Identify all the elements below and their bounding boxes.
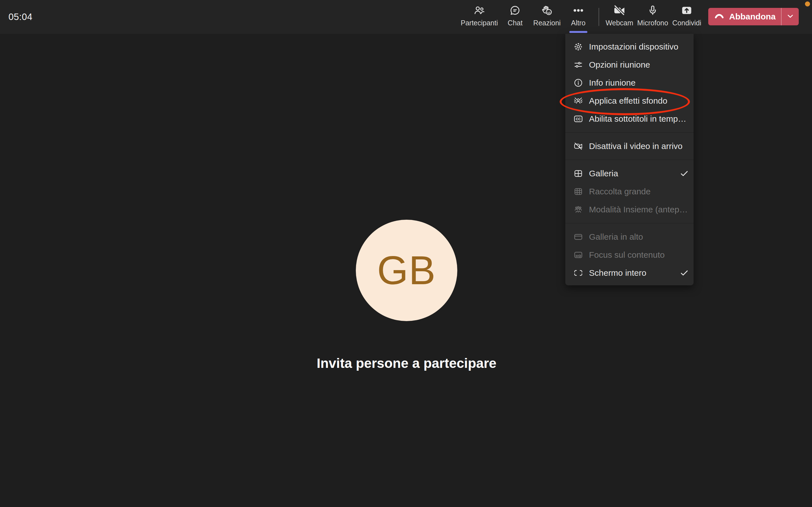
more-dots-icon — [572, 2, 585, 18]
participants-button[interactable]: Partecipanti — [461, 2, 498, 32]
menu-divider — [565, 223, 694, 223]
top-gallery-icon — [573, 232, 583, 242]
svg-text:CC: CC — [576, 117, 581, 121]
content-focus-icon — [573, 250, 583, 260]
chat-icon — [509, 2, 521, 18]
menu-item-galleria[interactable]: Galleria — [565, 165, 694, 182]
more-label: Altro — [571, 18, 585, 27]
chat-label: Chat — [508, 18, 523, 27]
leave-label: Abbandona — [729, 12, 776, 21]
orange-status-dot — [805, 1, 810, 6]
chat-button[interactable]: Chat — [508, 2, 523, 32]
chevron-down-icon — [785, 11, 795, 22]
active-tab-underline — [569, 31, 587, 33]
closed-captions-icon: CC — [573, 114, 583, 124]
microphone-button[interactable]: Microfono — [637, 2, 668, 32]
leave-options-chevron[interactable] — [781, 8, 799, 25]
menu-item-raccolta-grande: Raccolta grande — [565, 182, 694, 201]
meeting-timer: 05:04 — [8, 0, 33, 34]
microphone-icon — [647, 2, 659, 18]
menu-item-abilita-sottotitoli[interactable]: CC Abilita sottotitoli in temp… — [565, 110, 694, 128]
menu-item-info-riunione[interactable]: Info riunione — [565, 74, 694, 92]
webcam-button[interactable]: Webcam — [606, 2, 633, 32]
menu-divider — [565, 132, 694, 133]
microphone-label: Microfono — [637, 18, 668, 27]
menu-item-applica-effetti-sfondo[interactable]: Applica effetti sfondo — [565, 92, 694, 110]
menu-item-schermo-intero[interactable]: Schermo intero — [565, 264, 694, 282]
fullscreen-icon — [573, 268, 583, 278]
incoming-video-off-icon — [573, 141, 583, 151]
sliders-icon — [573, 60, 583, 70]
menu-item-galleria-in-alto: Galleria in alto — [565, 228, 694, 246]
background-effects-icon — [573, 96, 583, 106]
menu-item-disattiva-video-in-arrivo[interactable]: Disattiva il video in arrivo — [565, 137, 694, 155]
hangup-phone-icon — [714, 10, 725, 23]
webcam-label: Webcam — [606, 18, 633, 27]
share-button[interactable]: Condividi — [672, 2, 702, 32]
teams-meeting-window: 05:04 Partecipanti Chat — [0, 0, 812, 507]
menu-item-impostazioni-dispositivo[interactable]: Impostazioni dispositivo — [565, 38, 694, 56]
large-gallery-grid-icon — [573, 186, 583, 196]
avatar: GB — [356, 220, 457, 321]
menu-item-modalita-insieme: Modalità Insieme (antep… — [565, 201, 694, 219]
info-circle-icon — [573, 78, 583, 88]
meeting-toolbar: 05:04 Partecipanti Chat — [0, 0, 812, 34]
avatar-initials: GB — [377, 247, 436, 293]
webcam-off-icon — [613, 2, 626, 18]
share-screen-icon — [680, 2, 693, 18]
menu-divider — [565, 160, 694, 160]
reactions-hand-smiley-icon — [541, 2, 553, 18]
gallery-grid-icon — [573, 168, 583, 179]
toolbar-divider — [599, 8, 599, 26]
together-mode-icon — [573, 205, 583, 215]
participants-icon — [473, 2, 486, 18]
menu-item-opzioni-riunione[interactable]: Opzioni riunione — [565, 56, 694, 74]
participants-label: Partecipanti — [461, 18, 498, 27]
share-label: Condividi — [672, 18, 702, 27]
check-icon — [679, 169, 689, 178]
check-icon — [679, 268, 689, 278]
reactions-label: Reazioni — [533, 18, 560, 27]
more-button[interactable]: Altro — [571, 2, 585, 32]
reactions-button[interactable]: Reazioni — [533, 2, 560, 32]
more-options-menu: Impostazioni dispositivo Opzioni riunion… — [565, 34, 694, 285]
settings-gear-icon — [573, 42, 583, 52]
invite-people-text: Invita persone a partecipare — [317, 355, 497, 371]
leave-button[interactable]: Abbandona — [708, 8, 799, 25]
menu-item-focus-sul-contenuto: Focus sul contenuto — [565, 246, 694, 264]
